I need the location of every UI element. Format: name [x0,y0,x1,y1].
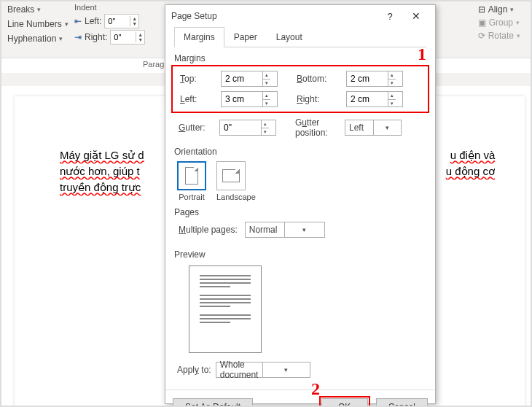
align-icon: ⊟ [478,4,485,15]
close-button[interactable]: ✕ [403,6,429,26]
top-input[interactable]: ▴▾ [221,71,278,87]
rotate-icon: ⟳ [478,31,485,41]
indent-left-label: Left: [85,16,101,26]
arrow-right-icon: ⇥ [74,32,82,42]
preview-label: Preview [174,249,426,260]
indent-right-input[interactable]: ▲▼ [110,30,145,44]
bottom-label: Bottom: [281,74,346,84]
right-label: Right: [281,94,346,104]
set-as-default-button[interactable]: Set As Default [173,398,253,407]
apply-to-label: Apply to: [177,365,211,375]
bottom-input[interactable]: ▴▾ [346,71,403,87]
right-input[interactable]: ▴▾ [346,91,403,107]
annotation-1: 1 [418,44,426,64]
page-setup-dialog: Page Setup ? ✕ Margins Paper Layout Marg… [165,4,436,404]
gutter-position-select[interactable]: Left▾ [345,120,402,136]
left-input[interactable]: ▴▾ [221,91,278,107]
breaks-menu[interactable]: Breaks▾ [4,3,71,16]
rotate-menu[interactable]: ⟳Rotate▾ [475,29,523,42]
paragraph-group-label: Paragr [143,60,167,69]
landscape-icon [216,161,246,190]
orientation-portrait[interactable]: Portrait [177,161,206,201]
arrow-left-icon: ⇤ [74,16,82,26]
chevron-down-icon: ▾ [65,20,69,28]
orientation-label: Orientation [174,147,426,157]
top-label: Top: [180,74,221,84]
tab-layout[interactable]: Layout [267,27,312,47]
indent-right-label: Right: [85,32,107,42]
help-button[interactable]: ? [377,6,403,26]
group-menu[interactable]: ▣Group▾ [475,16,523,29]
cancel-button[interactable]: Cancel [376,398,428,407]
orientation-landscape[interactable]: Landscape [216,161,256,201]
ok-button[interactable]: OK [321,398,368,407]
multiple-pages-select[interactable]: Normal▾ [245,222,325,238]
gutter-input[interactable]: ▴▾ [219,120,276,136]
portrait-icon [177,161,206,190]
ok-highlight: OK [319,396,370,407]
tab-margins[interactable]: Margins [174,27,224,47]
apply-to-select[interactable]: Whole document▾ [216,362,310,378]
pages-label: Pages [174,207,426,217]
tab-paper[interactable]: Paper [224,27,267,47]
annotation-2: 2 [311,379,320,399]
line-numbers-menu[interactable]: Line Numbers▾ [4,18,71,31]
preview-thumbnail [189,265,262,353]
gutter-position-label: Gutter position: [279,117,345,138]
margins-highlight: Top: ▴▾ Bottom: ▴▾ Left: ▴▾ Right: ▴▾ [171,65,429,113]
chevron-down-icon: ▾ [59,35,63,42]
left-label: Left: [180,94,221,104]
chevron-down-icon: ▾ [37,6,41,13]
dialog-title: Page Setup [171,11,217,21]
align-menu[interactable]: ⊟Align▾ [475,3,523,16]
indent-left-input[interactable]: ▲▼ [104,14,139,28]
gutter-label: Gutter: [179,123,219,133]
margins-section-label: Margins [174,53,426,63]
group-icon: ▣ [478,18,486,28]
hyphenation-menu[interactable]: Hyphenation▾ [4,32,71,45]
dialog-tabs: Margins Paper Layout [174,27,426,47]
indent-label: Indent [74,3,145,12]
multiple-pages-label: Multiple pages: [179,225,238,235]
